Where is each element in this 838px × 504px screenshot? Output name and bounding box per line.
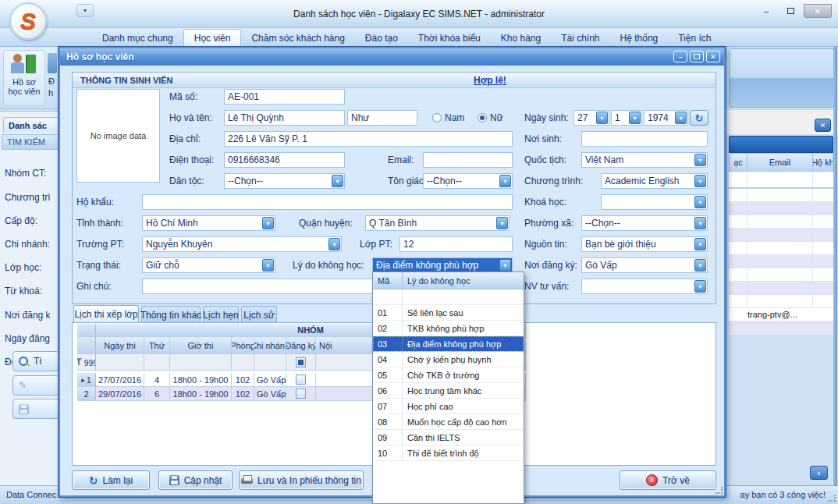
chevron-down-icon[interactable]: ▾ xyxy=(694,196,706,208)
menu-hoc-vien[interactable]: Học viên xyxy=(183,29,242,46)
filter-thu[interactable] xyxy=(144,354,170,371)
table-row[interactable] xyxy=(729,172,833,189)
chevron-down-icon[interactable]: ▾ xyxy=(262,259,274,272)
dan-toc-combo[interactable]: --Chọn--▾ xyxy=(224,173,345,189)
truong-pt-combo[interactable]: Nguyễn Khuyên▾ xyxy=(142,236,342,252)
minimize-icon[interactable]: – xyxy=(755,4,777,18)
menu-danh-muc-chung[interactable]: Danh mục chung xyxy=(92,30,183,46)
lop-pt-input[interactable]: 12 xyxy=(399,236,513,252)
birth-month-combo[interactable]: 1▾ xyxy=(611,110,642,126)
nv-tu-van-combo[interactable]: ▾ xyxy=(581,279,708,294)
list-item[interactable]: 08Muốn học cấp độ cao hơn xyxy=(373,414,524,430)
chevron-down-icon[interactable]: ▾ xyxy=(694,280,706,293)
table-row[interactable] xyxy=(729,321,833,335)
menu-cham-soc-khach-hang[interactable]: Chăm sóc khách hàng xyxy=(241,30,354,46)
chevron-down-icon[interactable]: ▾ xyxy=(675,112,687,124)
phuong-xa-combo[interactable]: --Chọn--▾ xyxy=(581,215,708,231)
list-item[interactable]: 05Chờ TKB ở trường xyxy=(373,367,524,383)
list-item[interactable]: 09Cần thi IELTS xyxy=(373,430,524,445)
list-item[interactable]: 06Học trung tâm khác xyxy=(373,383,524,399)
col-ngay-thi[interactable]: Ngày thi xyxy=(96,337,144,354)
tab-danh-sach[interactable]: Danh sác xyxy=(3,117,59,133)
filter-phong[interactable] xyxy=(232,354,254,371)
col-thu[interactable]: Thứ xyxy=(144,337,170,354)
col-dang-ky[interactable]: Đăng ký xyxy=(286,337,316,354)
tab-lich-su[interactable]: Lịch sử xyxy=(241,306,277,323)
nguon-tin-combo[interactable]: Bạn bè giới thiệu▾ xyxy=(581,236,708,252)
table-row[interactable]: trang-ptv@... xyxy=(729,308,833,321)
menu-thoi-khoa-bieu[interactable]: Thời khóa biểu xyxy=(408,30,491,46)
dialog-minimize-icon[interactable]: – xyxy=(673,51,687,62)
ten-input[interactable]: Như xyxy=(347,110,417,126)
tinh-thanh-combo[interactable]: Hồ Chí Minh▾ xyxy=(142,215,275,231)
search-button[interactable]: Tì xyxy=(12,351,59,371)
menu-dao-tao[interactable]: Đào tạo xyxy=(355,30,408,46)
quoc-tich-combo[interactable]: Việt Nam▾ xyxy=(581,152,708,168)
ton-giao-combo[interactable]: --Chọn--▾ xyxy=(423,173,513,189)
chevron-down-icon[interactable]: ▾ xyxy=(499,259,511,272)
luu-va-in-button[interactable]: Lưu và In phiếu thông tin xyxy=(239,470,364,490)
noi-sinh-input[interactable] xyxy=(581,131,708,147)
panel-close-icon[interactable]: ✕ xyxy=(815,119,831,132)
toolbar-button-partial[interactable]: Đ h xyxy=(46,50,59,106)
lam-lai-button[interactable]: ↻ Làm lại xyxy=(72,470,150,490)
chevron-down-icon[interactable]: ▾ xyxy=(694,238,706,250)
table-row[interactable] xyxy=(729,268,833,282)
table-row[interactable] xyxy=(729,215,833,229)
filter-gio-thi[interactable] xyxy=(170,354,232,371)
birth-day-combo[interactable]: 27▾ xyxy=(573,110,609,126)
menu-tien-ich[interactable]: Tiện ích xyxy=(668,30,721,46)
save-button[interactable] xyxy=(12,399,59,419)
dialog-maximize-icon[interactable] xyxy=(690,51,704,62)
menu-he-thong[interactable]: Hệ thống xyxy=(610,30,669,46)
filter-cell[interactable]: 566 xyxy=(77,354,96,371)
noi-dang-ky-combo[interactable]: Gò Vấp▾ xyxy=(581,257,708,273)
toolbar-button-ho-so-hoc-vien[interactable]: Hồ sơ học viên xyxy=(3,50,45,106)
dialog-close-icon[interactable]: ✕ xyxy=(706,51,720,62)
dien-thoai-input[interactable]: 0916668346 xyxy=(224,152,345,168)
table-row[interactable] xyxy=(729,229,833,242)
dialog-resize-grip[interactable] xyxy=(715,487,723,494)
email-input[interactable] xyxy=(423,152,513,168)
ho-khau-input[interactable] xyxy=(142,194,513,210)
bg-column-email[interactable]: Email xyxy=(747,153,813,172)
maximize-icon[interactable] xyxy=(779,4,801,18)
chevron-down-icon[interactable]: ▾ xyxy=(694,259,706,272)
trang-thai-combo[interactable]: Giữ chỗ▾ xyxy=(142,257,275,273)
chevron-down-icon[interactable]: ▾ xyxy=(262,217,274,229)
table-row[interactable] xyxy=(729,282,833,295)
khoa-hoc-combo[interactable]: ▾ xyxy=(601,194,708,210)
chevron-down-icon[interactable]: ▾ xyxy=(332,175,343,187)
tab-lich-hen[interactable]: Lịch hẹn xyxy=(203,306,239,323)
chevron-down-icon[interactable]: ▾ xyxy=(694,175,706,187)
quan-huyen-combo[interactable]: Q Tân Bình▾ xyxy=(365,215,510,231)
checkbox-indeterminate[interactable] xyxy=(296,357,306,367)
table-row[interactable] xyxy=(729,202,833,215)
filter-dang-ky[interactable] xyxy=(286,354,316,371)
label-nam[interactable]: Nam xyxy=(445,112,464,123)
list-item[interactable]: 10Thi để biết trình độ xyxy=(373,445,524,461)
ly-do-combo[interactable]: Địa điểm không phù hợp▾ xyxy=(372,257,513,273)
photo-placeholder[interactable]: No image data xyxy=(76,89,160,183)
chevron-down-icon[interactable]: ▾ xyxy=(328,238,340,250)
edit-button[interactable]: ✎ xyxy=(12,375,59,396)
close-icon[interactable]: ✕ xyxy=(804,4,832,18)
refresh-birthdate-button[interactable]: ↻ xyxy=(690,110,708,126)
ho-input[interactable]: Lê Thị Quỳnh xyxy=(224,110,345,126)
chevron-down-icon[interactable]: ▾ xyxy=(496,217,508,229)
valid-link[interactable]: Hợp lệ! xyxy=(474,75,506,86)
tro-ve-button[interactable]: ✕ Trở về xyxy=(620,470,716,490)
cap-nhat-button[interactable]: Cập nhật xyxy=(158,470,233,490)
chevron-down-icon[interactable]: ▾ xyxy=(694,217,706,229)
chevron-down-icon[interactable]: ▾ xyxy=(499,175,511,187)
menu-tai-chinh[interactable]: Tài chính xyxy=(551,30,609,46)
table-row[interactable] xyxy=(729,295,833,308)
menu-kho-hang[interactable]: Kho hàng xyxy=(491,30,551,46)
chuong-trinh-combo[interactable]: Academic English▾ xyxy=(601,173,708,189)
filter-ngay-thi[interactable] xyxy=(96,354,144,371)
col-gio-thi[interactable]: Giờ thi xyxy=(170,337,232,354)
filter-chi-nhanh[interactable] xyxy=(254,354,286,371)
bg-column-ho-khau[interactable]: Hộ kh xyxy=(813,153,833,172)
birth-year-combo[interactable]: 1974▾ xyxy=(644,110,688,126)
col-phong[interactable]: Phòng xyxy=(232,337,254,354)
